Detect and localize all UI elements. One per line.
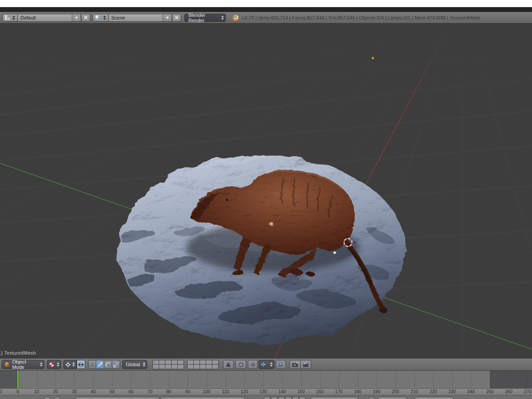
sync-dropdown[interactable] [378,397,407,399]
layers-grid-2[interactable] [187,360,219,369]
layer-cell[interactable] [178,360,184,364]
pivot-point-dropdown[interactable] [63,360,77,369]
cube-icon [4,361,10,368]
horizon-fade [0,23,532,106]
lock-to-scene-button[interactable] [223,360,234,369]
viewport-shading-dropdown[interactable] [47,360,61,369]
jump-to-end-button[interactable] [299,397,306,399]
proportional-edit-button[interactable] [235,360,246,369]
frame-gridline [282,371,282,388]
frame-tick-label: 130 [259,389,267,394]
manipulator-toggle-button[interactable] [77,360,85,369]
snap-element-dropdown[interactable] [258,360,274,369]
frame-tick-label: 260 [505,389,512,394]
render-engine-dropdown[interactable]: Blender Render [184,14,226,22]
layer-cell[interactable] [200,365,206,369]
scene-icon [95,15,101,20]
frame-tick-label: 90 [185,389,190,394]
keying-set-dropdown[interactable] [310,397,358,399]
start-frame-field[interactable] [75,397,160,399]
manipulator-rotate-button[interactable] [104,360,112,369]
layer-cell[interactable] [206,360,212,364]
current-frame-playhead[interactable] [17,371,19,388]
frame-gridline [301,371,301,388]
next-keyframe-button[interactable] [292,397,299,399]
layer-cell[interactable] [212,360,218,364]
layer-cell[interactable] [172,365,177,369]
layer-cell[interactable] [165,360,171,364]
active-object-label: 1) TexturedMesh [0,350,36,356]
render-engine-value: Blender Render [188,12,220,23]
jump-to-start-button[interactable] [264,397,270,399]
snap-toggle-button[interactable] [248,360,258,369]
mode-dropdown[interactable]: Object Mode [2,360,44,369]
frame-field[interactable] [415,397,454,399]
lock-icon [226,362,231,368]
3d-viewport[interactable]: 1) TexturedMesh [0,23,532,358]
add-scene-button[interactable]: + [163,14,172,22]
frame-tick-label: 150 [297,389,305,394]
layer-cell[interactable] [212,365,218,369]
layers-grid-1[interactable] [153,360,184,369]
play-reverse-button[interactable] [278,397,285,399]
layer-cell[interactable] [153,365,159,369]
play-button[interactable] [285,397,292,399]
snap-peel-button[interactable] [276,360,286,369]
dropdown-arrows-icon [269,362,274,367]
os-background-strip [0,0,532,7]
frame-tick-label: 20 [53,389,58,394]
manipulator-scale-button[interactable] [112,360,120,369]
snap-target-icon [260,362,266,367]
close-scene-button[interactable]: ✕ [172,14,181,22]
layer-cell[interactable] [206,365,212,369]
end-frame-field[interactable] [160,397,245,399]
layer-cell[interactable] [159,365,165,369]
layout-name-value: Default [20,15,36,20]
scene-name-field[interactable]: Scene [109,14,163,22]
opengl-render-anim-button[interactable] [301,360,311,369]
frame-tick-label: 190 [373,389,380,394]
frame-gridline [395,371,396,388]
scene-browse-button[interactable] [93,14,109,22]
frame-tick-label: 180 [354,389,361,394]
layer-cell[interactable] [178,365,184,369]
frame-gridline [471,371,471,388]
layer-cell[interactable] [194,360,200,364]
transform-orientation-dropdown[interactable]: Global [122,360,147,369]
frame-gridline [490,371,490,388]
timeline-before-start-region [0,371,18,388]
frame-tick-label: 200 [392,389,399,394]
screen-layout-icon [4,15,10,20]
frame-gridline [169,371,169,388]
layer-cell[interactable] [200,360,206,364]
timeline-frame-ruler[interactable]: -100102030405060708090100110120130140150… [0,388,532,395]
layer-cell[interactable] [159,360,165,364]
layer-cell[interactable] [188,365,193,369]
add-layout-button[interactable]: + [72,14,81,22]
layer-cell[interactable] [194,365,200,369]
time-button[interactable] [53,397,61,399]
opengl-render-button[interactable] [289,360,301,369]
lamp-object-dot[interactable] [372,57,374,59]
scale-icon [113,362,119,368]
manipulator-axis-button[interactable] [88,360,96,369]
viewport-scene [0,23,532,358]
frame-tick-label: 170 [335,389,343,394]
frame-gridline [263,371,264,388]
layer-cell[interactable] [165,365,171,369]
layer-cell[interactable] [153,360,159,364]
layer-cell[interactable] [172,360,177,364]
frame-tick-label: -10 [0,389,2,394]
viewport-shading-icon [49,362,55,368]
layer-cell[interactable] [188,360,193,364]
close-layout-button[interactable]: ✕ [81,14,90,22]
manipulator-translate-button[interactable] [96,360,104,369]
blender-window: Default + ✕ Scene + ✕ Blender Render [0,0,532,399]
record-button[interactable] [368,397,376,399]
frame-gridline [244,371,245,388]
layout-name-field[interactable]: Default [18,14,72,22]
prev-keyframe-button[interactable] [271,397,278,399]
time-button[interactable] [43,397,51,399]
editor-type-button[interactable] [2,14,18,22]
timeline-track[interactable] [0,371,532,388]
